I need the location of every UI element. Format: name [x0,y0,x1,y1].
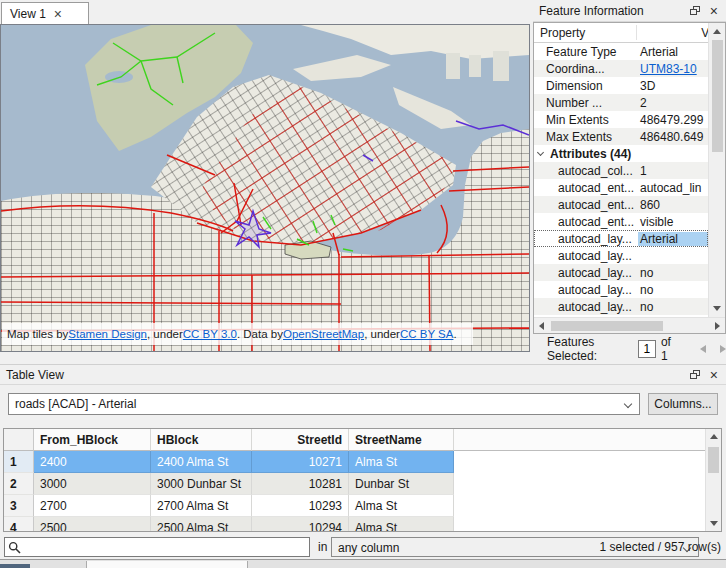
tab-view-1[interactable]: View 1 × [1,2,89,24]
attribute-row[interactable]: autocad_lay...no [534,281,708,298]
features-selected-label: Features Selected: [547,335,633,363]
stamen-design-link[interactable]: Stamen Design [68,328,147,340]
property-row[interactable]: Feature TypeArterial [534,43,708,60]
search-icon [8,541,21,554]
close-panel-icon[interactable]: × [710,6,718,16]
vertical-scrollbar[interactable] [705,429,721,531]
data-table: From_HBlock HBlock StreetId StreetName 1… [3,428,722,532]
attribute-row[interactable]: autocad_col...1 [534,162,708,179]
filter-column-value: any column [338,541,399,555]
attribute-row[interactable]: autocad_ent...autocad_lin [534,179,708,196]
row-number: 3 [4,495,34,517]
attribute-row[interactable]: autocad_lay...no [534,264,708,281]
map-attribution: Map tiles by Stamen Design , under CC BY… [2,323,473,345]
scroll-right-icon[interactable] [715,322,720,330]
bottom-tab[interactable] [86,561,248,568]
float-panel-icon[interactable] [690,6,700,15]
property-row[interactable]: Number ...2 [534,94,708,111]
selection-status: 1 selected / 957 row(s) [600,540,721,554]
scrollbar-thumb[interactable] [708,447,719,473]
feature-information-panel: Feature Information × Property Value Fea… [533,0,726,362]
attribution-text: Map tiles by [7,328,68,340]
bottom-edge-decoration [0,564,30,568]
chevron-down-icon [624,400,632,408]
map-viewport[interactable]: Map tiles by Stamen Design , under CC BY… [0,24,530,352]
scroll-left-icon[interactable] [539,322,544,330]
row-number: 4 [4,517,34,532]
scrollbar-thumb[interactable] [712,40,723,152]
scroll-down-icon[interactable] [713,306,721,311]
attributes-group-row[interactable]: Attributes (44) [534,145,708,162]
table-view-titlebar: Table View × [0,365,726,385]
table-view-panel: Table View × roads [ACAD] - Arterial Col… [0,364,726,568]
row-number-header [4,429,34,451]
attribute-row[interactable]: autocad_ent...visible [534,213,708,230]
columns-button[interactable]: Columns... [648,393,718,415]
features-selected-bar: Features Selected: of 1 [533,336,726,362]
property-row[interactable]: Coordina...UTM83-10 [534,60,708,77]
vertical-scrollbar[interactable] [708,23,725,317]
column-header[interactable]: HBlock [151,429,252,451]
bottom-tab-strip [0,559,726,568]
table-filter-bar: in any column 1 selected / 957 row(s) [0,537,726,557]
tab-close-icon[interactable]: × [54,8,62,20]
in-label: in [318,540,327,554]
table-row[interactable]: 2 3000 3000 Dunbar St 10281 Dunbar St [4,473,705,495]
search-box[interactable] [4,537,310,557]
attribute-row[interactable]: autocad_lay...no [534,298,708,315]
scrollbar-thumb[interactable] [551,321,663,331]
panel-title: Feature Information [539,4,644,18]
column-header[interactable]: StreetName [349,429,454,451]
column-header[interactable]: From_HBlock [34,429,151,451]
table-toolbar: roads [ACAD] - Arterial Columns... [0,391,726,417]
tab-label: View 1 [10,7,46,21]
cc-by-sa-link[interactable]: CC BY SA [400,328,453,340]
search-input[interactable] [23,539,307,555]
attribute-row[interactable]: autocad_lay... [534,247,708,264]
property-row[interactable]: Max Extents486480.649 [534,128,708,145]
scroll-up-icon[interactable] [710,434,718,439]
cc-by-link[interactable]: CC BY 3.0 [183,328,237,340]
scroll-up-icon[interactable] [713,29,721,34]
float-panel-icon[interactable] [690,370,700,379]
row-number: 1 [4,451,34,473]
column-header[interactable]: StreetId [252,429,349,451]
table-row[interactable]: 4 2500 2500 Alma St 10294 Alma St [4,517,705,532]
coordinate-system-link[interactable]: UTM83-10 [638,62,708,76]
property-row[interactable]: Dimension3D [534,77,708,94]
feature-source-value: roads [ACAD] - Arterial [15,397,136,411]
openstreetmap-link[interactable]: OpenStreetMap [283,328,364,340]
attribute-row-selected[interactable]: autocad_lay...Arterial [534,230,708,247]
view-tab-bar: View 1 × [0,0,531,24]
scroll-down-icon[interactable] [710,521,718,526]
map-canvas [1,25,529,351]
horizontal-scrollbar[interactable] [534,317,725,333]
property-grid-header: Property Value [534,23,708,43]
table-header-row: From_HBlock HBlock StreetId StreetName [4,429,705,451]
table-row-selected[interactable]: 1 2400 2400 Alma St 10271 Alma St [4,451,705,473]
next-feature-icon[interactable] [720,345,726,353]
row-number: 2 [4,473,34,495]
table-row[interactable]: 3 2700 2700 Alma St 10293 Alma St [4,495,705,517]
attribute-row[interactable]: autocad_ent...860 [534,196,708,213]
feature-count-label: of 1 [661,335,678,363]
panel-title: Table View [6,368,64,382]
previous-feature-icon[interactable] [700,345,706,353]
feature-source-select[interactable]: roads [ACAD] - Arterial [8,393,640,415]
feature-information-titlebar: Feature Information × [533,0,726,22]
property-column-header: Property [540,26,641,40]
property-row[interactable]: Min Extents486479.299 [534,111,708,128]
property-grid: Property Value Feature TypeArterial Coor… [533,22,726,334]
close-panel-icon[interactable]: × [710,370,718,380]
feature-index-input[interactable] [638,340,656,358]
